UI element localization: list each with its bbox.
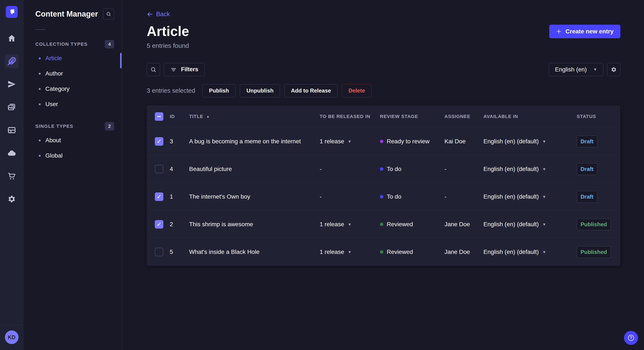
cell-review-stage: Reviewed [380, 221, 444, 228]
locale-select[interactable]: English (en) ▼ [549, 63, 603, 76]
delete-button[interactable]: Delete [342, 84, 372, 97]
sidebar-item-article[interactable]: Article [35, 51, 114, 66]
sidebar-item-about[interactable]: About [35, 133, 114, 148]
table-row[interactable]: 5 What's inside a Black Hole 1 release▼ … [147, 238, 620, 266]
releases-paper-plane-icon[interactable] [5, 77, 18, 91]
cell-assignee: Jane Doe [444, 221, 484, 228]
status-badge: Published [577, 246, 611, 258]
sidebar-item-author[interactable]: Author [35, 66, 114, 81]
sidebar-search-button[interactable] [103, 8, 114, 19]
bullet-icon [39, 140, 41, 141]
cell-available-in[interactable]: English (en) (default)▼ [484, 166, 577, 173]
bullet-icon [39, 57, 41, 59]
column-header-title[interactable]: TITLE ▲ [189, 114, 320, 119]
rail-icons [5, 31, 18, 325]
entries-table: ID TITLE ▲ TO BE RELEASED IN REVIEW STAG… [147, 105, 620, 266]
table-row[interactable]: 4 Beautiful picture -▼ To do - English (… [147, 155, 620, 183]
cell-id: 3 [170, 138, 189, 145]
active-item-indicator [120, 53, 122, 68]
question-mark-icon [627, 334, 635, 342]
selection-summary: 3 entries selected [147, 87, 195, 94]
column-header-release[interactable]: TO BE RELEASED IN [320, 114, 380, 119]
selection-actions: 3 entries selected Publish Unpublish Add… [147, 84, 620, 97]
chevron-down-icon: ▼ [348, 140, 352, 144]
column-header-assignee[interactable]: ASSIGNEE [444, 114, 484, 119]
settings-gear-icon[interactable] [5, 192, 18, 206]
filters-button[interactable]: Filters [164, 63, 205, 76]
cell-assignee: Jane Doe [444, 249, 484, 255]
cell-id: 4 [170, 166, 189, 173]
cell-release[interactable]: 1 release▼ [320, 249, 380, 255]
nav-rail: KD [0, 0, 24, 350]
plus-icon [556, 29, 562, 34]
help-button[interactable] [624, 331, 638, 345]
row-checkbox[interactable] [155, 137, 163, 146]
app-root: KD Content Manager COLLECTION TYPES 4 Ar… [0, 0, 644, 350]
content-manager-feather-icon[interactable] [5, 54, 18, 68]
chevron-down-icon: ▼ [348, 250, 352, 254]
table-row[interactable]: 3 A bug is becoming a meme on the intern… [147, 128, 620, 155]
cell-available-in[interactable]: English (en) (default)▼ [484, 138, 577, 145]
filter-icon [170, 66, 177, 73]
cloud-icon[interactable] [5, 146, 18, 160]
column-header-id[interactable]: ID [170, 114, 189, 119]
chevron-down-icon: ▼ [348, 222, 352, 226]
publish-button[interactable]: Publish [202, 84, 236, 97]
sidebar-item-label: About [45, 137, 61, 144]
chevron-down-icon: ▼ [542, 140, 546, 144]
column-header-status[interactable]: STATUS [577, 114, 612, 119]
bullet-icon [39, 103, 41, 105]
view-settings-button[interactable] [607, 63, 620, 76]
search-button[interactable] [147, 63, 160, 76]
media-library-icon[interactable] [5, 100, 18, 114]
row-checkbox[interactable] [155, 165, 163, 173]
select-all-checkbox[interactable] [155, 112, 163, 121]
cell-available-in[interactable]: English (en) (default)▼ [484, 221, 577, 228]
stage-dot-icon [380, 223, 383, 226]
stage-dot-icon [380, 250, 383, 254]
cell-available-in[interactable]: English (en) (default)▼ [484, 193, 577, 200]
sidebar-item-label: Global [45, 152, 62, 159]
cell-release[interactable]: 1 release▼ [320, 221, 380, 228]
single-types-section: SINGLE TYPES 2 About Global [35, 122, 114, 163]
create-new-entry-button[interactable]: Create new entry [549, 25, 620, 38]
column-header-review-stage[interactable]: REVIEW STAGE [380, 114, 444, 119]
entries-count: 5 entries found [147, 42, 189, 49]
row-checkbox[interactable] [155, 248, 163, 256]
stage-dot-icon [380, 195, 383, 198]
sidebar-divider [35, 29, 46, 30]
cell-release[interactable]: 1 release▼ [320, 138, 380, 145]
row-checkbox[interactable] [155, 220, 163, 229]
cell-available-in[interactable]: English (en) (default)▼ [484, 249, 577, 255]
row-checkbox[interactable] [155, 192, 163, 201]
content-type-builder-icon[interactable] [5, 123, 18, 137]
user-avatar[interactable]: KD [5, 331, 18, 344]
table-row[interactable]: 1 The internet's Own boy -▼ To do - Engl… [147, 183, 620, 210]
arrow-left-icon [147, 11, 153, 17]
sidebar-item-category[interactable]: Category [35, 81, 114, 97]
page-heading: Article 5 entries found [147, 24, 189, 49]
unpublish-button[interactable]: Unpublish [240, 84, 280, 97]
column-header-available-in[interactable]: AVAILABLE IN [484, 114, 577, 119]
sidebar-item-user[interactable]: User [35, 97, 114, 112]
add-to-release-button[interactable]: Add to Release [284, 84, 338, 97]
search-icon [150, 66, 156, 73]
back-link[interactable]: Back [147, 11, 170, 18]
table-row[interactable]: 2 This shrimp is awesome 1 release▼ Revi… [147, 210, 620, 238]
stage-dot-icon [380, 140, 383, 143]
section-label-collection-types: COLLECTION TYPES [35, 41, 88, 47]
cell-title: The internet's Own boy [189, 193, 320, 200]
bullet-icon [39, 73, 41, 75]
rail-logo-area [0, 0, 23, 24]
chevron-down-icon: ▼ [542, 167, 546, 171]
marketplace-cart-icon[interactable] [5, 169, 18, 183]
search-icon [106, 11, 112, 17]
sidebar-item-label: User [45, 101, 58, 108]
home-icon[interactable] [5, 31, 18, 45]
sidebar-item-label: Author [45, 70, 63, 77]
cell-assignee: Kai Doe [444, 138, 484, 145]
sidebar-item-global[interactable]: Global [35, 148, 114, 163]
chevron-down-icon: ▼ [542, 250, 546, 254]
collection-types-section: COLLECTION TYPES 4 Article Author Catego… [35, 39, 114, 112]
strapi-logo-icon[interactable] [6, 6, 18, 18]
